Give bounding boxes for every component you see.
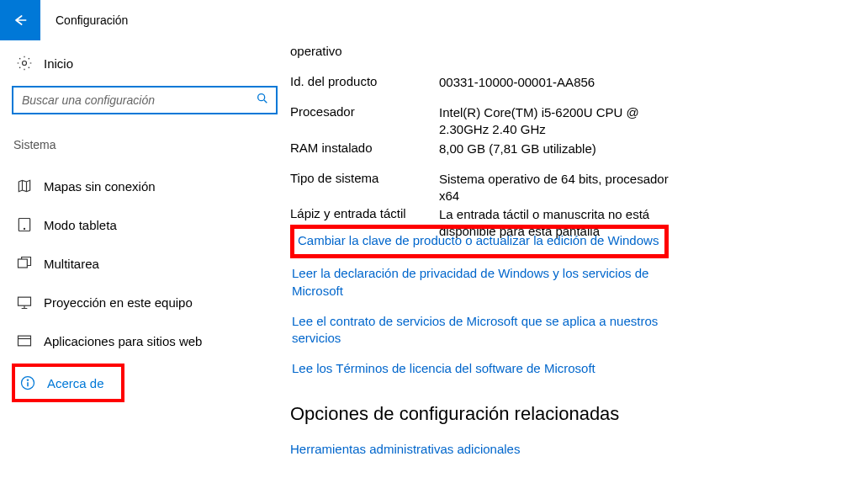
link-admin-tools[interactable]: Herramientas administrativas adicionales	[290, 442, 834, 456]
sidebar: Inicio Sistema Mapas sin conexión Modo t…	[0, 40, 290, 483]
search-icon	[256, 92, 269, 109]
spec-row: RAM instalado 8,00 GB (7,81 GB utilizabl…	[290, 139, 834, 169]
spec-row: Procesador Intel(R) Core(TM) i5-6200U CP…	[290, 103, 834, 139]
svg-rect-6	[19, 336, 31, 346]
sidebar-item-projecting[interactable]: Proyección en este equipo	[12, 286, 290, 318]
svg-point-1	[258, 94, 265, 101]
svg-rect-4	[19, 259, 28, 268]
back-button[interactable]	[0, 0, 40, 40]
sidebar-nav-list: Mapas sin conexión Modo tableta Multitar…	[12, 170, 290, 402]
search-input-container[interactable]	[12, 86, 278, 114]
spec-key: operativo	[290, 44, 439, 58]
spec-key: RAM instalado	[290, 141, 439, 155]
svg-point-0	[23, 61, 27, 66]
sidebar-item-label: Modo tableta	[44, 218, 117, 232]
spec-row: Tipo de sistema Sistema operativo de 64 …	[290, 169, 834, 205]
spec-value: Sistema operativo de 64 bits, procesador…	[439, 171, 691, 205]
spec-key: Lápiz y entrada táctil	[290, 206, 439, 220]
main-content: operativo Id. del producto 00331-10000-0…	[290, 40, 868, 483]
gear-icon	[15, 55, 34, 72]
related-settings-header: Opciones de configuración relacionadas	[290, 403, 834, 425]
link-services-agreement[interactable]: Lee el contrato de servicios de Microsof…	[290, 306, 669, 354]
app-title: Configuración	[56, 13, 128, 27]
sidebar-item-apps-for-websites[interactable]: Aplicaciones para sitios web	[12, 325, 290, 357]
sidebar-item-label: Mapas sin conexión	[44, 179, 156, 194]
link-license-terms[interactable]: Lee los Términos de licencia del softwar…	[290, 353, 669, 384]
highlight-change-key: Cambiar la clave de producto o actualiza…	[290, 225, 669, 258]
links-section: Cambiar la clave de producto o actualiza…	[290, 225, 834, 385]
spec-value: Intel(R) Core(TM) i5-6200U CPU @ 2.30GHz…	[439, 104, 691, 139]
sidebar-item-tablet-mode[interactable]: Modo tableta	[12, 209, 290, 241]
spec-key: Tipo de sistema	[290, 171, 439, 185]
spec-value: 00331-10000-00001-AA856	[439, 74, 595, 91]
spec-row: Id. del producto 00331-10000-00001-AA856	[290, 72, 834, 103]
map-icon	[15, 178, 34, 194]
sidebar-home[interactable]: Inicio	[12, 49, 290, 77]
multitask-icon	[15, 255, 34, 272]
spec-key: Procesador	[290, 104, 439, 119]
sidebar-item-multitasking[interactable]: Multitarea	[12, 247, 290, 279]
sidebar-item-label: Acerca de	[47, 376, 104, 390]
sidebar-item-label: Aplicaciones para sitios web	[44, 334, 202, 348]
svg-point-8	[27, 380, 29, 381]
spec-row: operativo	[290, 42, 834, 72]
sidebar-item-offline-maps[interactable]: Mapas sin conexión	[12, 170, 290, 202]
sidebar-home-label: Inicio	[44, 56, 73, 71]
highlight-about: Acerca de	[12, 364, 124, 402]
sidebar-item-about[interactable]: Acerca de	[15, 367, 109, 399]
sidebar-item-label: Proyección en este equipo	[44, 295, 193, 310]
info-icon	[19, 374, 37, 391]
title-bar: Configuración	[0, 0, 868, 40]
link-privacy[interactable]: Leer la declaración de privacidad de Win…	[290, 258, 669, 306]
tablet-icon	[15, 216, 34, 233]
system-specs: operativo Id. del producto 00331-10000-0…	[290, 42, 834, 240]
project-icon	[15, 294, 34, 310]
back-arrow-icon	[12, 12, 29, 29]
spec-key: Id. del producto	[290, 74, 439, 88]
svg-rect-5	[19, 297, 31, 305]
search-input[interactable]	[22, 93, 256, 107]
apps-websites-icon	[15, 332, 34, 349]
link-change-product-key[interactable]: Cambiar la clave de producto o actualiza…	[298, 232, 659, 249]
svg-point-3	[24, 228, 24, 229]
sidebar-item-label: Multitarea	[44, 257, 99, 271]
spec-value: 8,00 GB (7,81 GB utilizable)	[439, 141, 596, 157]
sidebar-section-title: Sistema	[13, 138, 290, 151]
